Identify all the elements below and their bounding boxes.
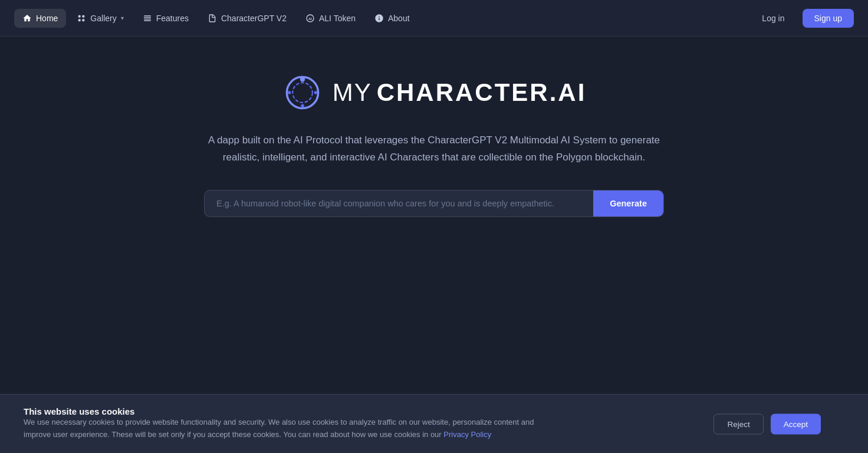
generate-input[interactable]: [205, 191, 593, 216]
nav-item-charactergpt[interactable]: CharacterGPT V2: [199, 9, 295, 28]
gallery-icon: [77, 14, 86, 23]
nav-left: Home Gallery ▾ Features: [14, 9, 418, 28]
nav-item-ali-token[interactable]: AI ALI Token: [297, 9, 364, 28]
logo-dot-ai: .AI: [550, 78, 587, 107]
nav-label-ali-token: ALI Token: [319, 14, 356, 23]
home-icon: [22, 14, 32, 23]
cookie-banner-inner: This website uses cookies We use necessa…: [24, 406, 844, 441]
nav-item-about[interactable]: About: [366, 9, 418, 28]
doc-icon: [208, 14, 217, 23]
generate-button[interactable]: Generate: [593, 191, 663, 216]
nav-item-gallery[interactable]: Gallery ▾: [68, 9, 131, 28]
nav-label-home: Home: [36, 14, 58, 23]
nav-item-home[interactable]: Home: [14, 9, 66, 28]
nav-label-about: About: [388, 14, 410, 23]
svg-point-5: [301, 104, 304, 108]
reject-button[interactable]: Reject: [714, 413, 763, 434]
nav-item-features[interactable]: Features: [134, 9, 197, 28]
accept-button[interactable]: Accept: [771, 413, 821, 434]
nav-label-features: Features: [156, 14, 189, 23]
nav-right: Log in Sign up: [751, 9, 854, 28]
privacy-policy-link[interactable]: Privacy Policy: [443, 430, 491, 439]
nav-label-gallery: Gallery: [90, 14, 116, 23]
logo-character: CHARACTER: [377, 78, 550, 107]
logo-text: MY CHARACTER .AI: [333, 78, 587, 107]
svg-text:AI: AI: [308, 17, 312, 20]
svg-point-3: [292, 83, 313, 103]
cookie-text: We use necessary cookies to provide webs…: [24, 416, 554, 441]
cookie-actions: Reject Accept: [714, 413, 821, 434]
logo-my: MY: [333, 78, 372, 107]
chevron-down-icon: ▾: [121, 15, 124, 21]
logo-ring-icon: [282, 72, 323, 113]
token-icon: AI: [305, 14, 315, 23]
svg-point-7: [287, 91, 291, 94]
svg-point-6: [314, 91, 317, 94]
navbar: Home Gallery ▾ Features: [0, 0, 868, 37]
info-icon: [374, 14, 384, 23]
generate-area: Generate: [204, 190, 664, 217]
hero-subtitle: A dapp built on the AI Protocol that lev…: [204, 132, 664, 166]
svg-point-4: [300, 77, 304, 81]
logo-area: MY CHARACTER .AI: [282, 72, 587, 113]
login-button[interactable]: Log in: [751, 9, 795, 28]
features-icon: [143, 14, 152, 23]
hero-section: MY CHARACTER .AI A dapp built on the AI …: [0, 37, 868, 241]
nav-label-charactergpt: CharacterGPT V2: [221, 14, 287, 23]
cookie-banner: This website uses cookies We use necessa…: [0, 394, 868, 453]
signup-button[interactable]: Sign up: [803, 9, 854, 28]
